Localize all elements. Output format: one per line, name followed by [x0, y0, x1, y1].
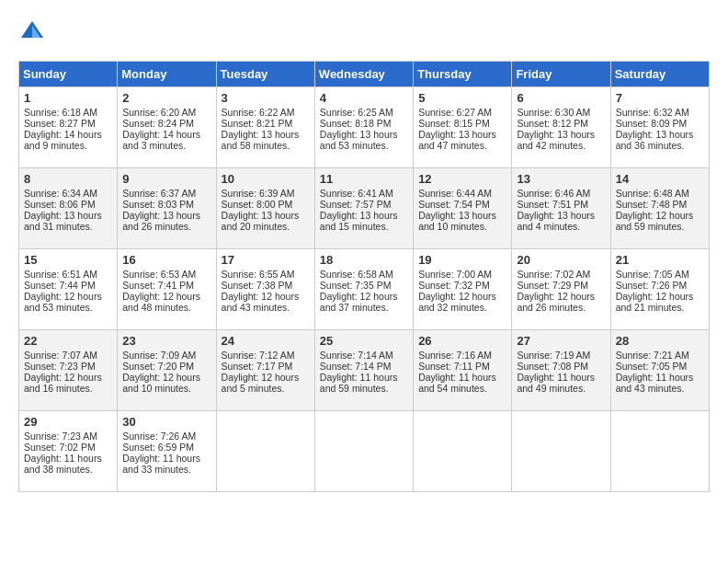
calendar-cell: 10Sunrise: 6:39 AMSunset: 8:00 PMDayligh…: [216, 168, 314, 249]
day-info: Sunrise: 6:48 AM: [616, 188, 704, 199]
day-info: Sunset: 7:54 PM: [418, 199, 506, 210]
day-info: Daylight: 13 hours: [222, 129, 310, 140]
day-number: 29: [24, 415, 112, 429]
day-info: and 59 minutes.: [320, 383, 408, 394]
calendar-cell: 19Sunrise: 7:00 AMSunset: 7:32 PMDayligh…: [414, 249, 512, 330]
calendar-cell: 11Sunrise: 6:41 AMSunset: 7:57 PMDayligh…: [314, 168, 413, 249]
day-number: 1: [24, 91, 112, 105]
day-info: Daylight: 13 hours: [122, 210, 210, 221]
calendar-cell: 28Sunrise: 7:21 AMSunset: 7:05 PMDayligh…: [610, 330, 709, 411]
day-number: 5: [418, 91, 506, 105]
day-number: 28: [616, 334, 704, 348]
day-info: Sunrise: 6:34 AM: [24, 188, 112, 199]
day-number: 21: [616, 253, 704, 267]
day-number: 9: [122, 172, 210, 186]
day-info: Sunset: 8:27 PM: [24, 118, 112, 129]
day-info: Sunset: 7:32 PM: [418, 280, 506, 291]
day-info: Daylight: 12 hours: [616, 210, 704, 221]
day-number: 4: [320, 91, 408, 105]
day-info: Sunset: 7:17 PM: [222, 361, 310, 372]
calendar-cell: 25Sunrise: 7:14 AMSunset: 7:14 PMDayligh…: [314, 330, 413, 411]
day-info: and 58 minutes.: [222, 140, 310, 151]
day-info: and 37 minutes.: [320, 302, 408, 313]
calendar-cell: [610, 411, 709, 492]
day-info: Daylight: 12 hours: [122, 372, 210, 383]
day-info: Sunset: 7:20 PM: [122, 361, 210, 372]
day-info: and 48 minutes.: [122, 302, 210, 313]
day-info: Daylight: 11 hours: [517, 372, 605, 383]
day-number: 26: [418, 334, 506, 348]
day-number: 16: [122, 253, 210, 267]
col-header-wednesday: Wednesday: [314, 62, 413, 87]
day-info: and 53 minutes.: [24, 302, 112, 313]
logo: [18, 18, 50, 46]
calendar-cell: 23Sunrise: 7:09 AMSunset: 7:20 PMDayligh…: [118, 330, 216, 411]
calendar-cell: 5Sunrise: 6:27 AMSunset: 8:15 PMDaylight…: [414, 87, 512, 168]
day-info: Daylight: 12 hours: [320, 291, 408, 302]
day-info: Sunset: 7:41 PM: [122, 280, 210, 291]
day-info: Daylight: 12 hours: [517, 291, 605, 302]
day-info: Sunset: 8:06 PM: [24, 199, 112, 210]
day-info: and 31 minutes.: [24, 221, 112, 232]
logo-icon: [18, 18, 46, 46]
day-info: Sunrise: 7:05 AM: [616, 269, 704, 280]
col-header-saturday: Saturday: [610, 62, 709, 87]
day-number: 18: [320, 253, 408, 267]
day-info: Daylight: 13 hours: [616, 129, 704, 140]
calendar-cell: 18Sunrise: 6:58 AMSunset: 7:35 PMDayligh…: [314, 249, 413, 330]
day-info: Sunset: 7:11 PM: [418, 361, 506, 372]
day-info: Daylight: 14 hours: [24, 129, 112, 140]
day-number: 20: [517, 253, 605, 267]
day-info: Sunset: 8:09 PM: [616, 118, 704, 129]
day-info: Sunset: 7:08 PM: [517, 361, 605, 372]
calendar-cell: 6Sunrise: 6:30 AMSunset: 8:12 PMDaylight…: [512, 87, 610, 168]
calendar-cell: 22Sunrise: 7:07 AMSunset: 7:23 PMDayligh…: [19, 330, 118, 411]
calendar-cell: 8Sunrise: 6:34 AMSunset: 8:06 PMDaylight…: [19, 168, 118, 249]
day-info: Daylight: 13 hours: [24, 210, 112, 221]
day-number: 27: [517, 334, 605, 348]
day-info: Sunrise: 7:19 AM: [517, 350, 605, 361]
day-number: 10: [222, 172, 310, 186]
calendar-cell: 7Sunrise: 6:32 AMSunset: 8:09 PMDaylight…: [610, 87, 709, 168]
day-number: 23: [122, 334, 210, 348]
calendar-cell: 1Sunrise: 6:18 AMSunset: 8:27 PMDaylight…: [19, 87, 118, 168]
day-info: and 49 minutes.: [517, 383, 605, 394]
header-row: SundayMondayTuesdayWednesdayThursdayFrid…: [19, 62, 710, 87]
day-info: and 15 minutes.: [320, 221, 408, 232]
week-row-2: 8Sunrise: 6:34 AMSunset: 8:06 PMDaylight…: [19, 168, 710, 249]
day-info: Sunset: 7:48 PM: [616, 199, 704, 210]
day-info: Sunrise: 6:46 AM: [517, 188, 605, 199]
week-row-5: 29Sunrise: 7:23 AMSunset: 7:02 PMDayligh…: [19, 411, 710, 492]
day-info: Sunset: 7:44 PM: [24, 280, 112, 291]
day-info: and 4 minutes.: [517, 221, 605, 232]
calendar-table: SundayMondayTuesdayWednesdayThursdayFrid…: [18, 61, 710, 492]
day-info: Sunrise: 7:07 AM: [24, 350, 112, 361]
day-info: Daylight: 12 hours: [24, 291, 112, 302]
day-info: Sunset: 8:18 PM: [320, 118, 408, 129]
day-info: Sunset: 8:24 PM: [122, 118, 210, 129]
day-info: Sunrise: 7:23 AM: [24, 431, 112, 442]
day-info: Sunset: 8:12 PM: [517, 118, 605, 129]
day-info: Daylight: 11 hours: [418, 372, 506, 383]
calendar-cell: [512, 411, 610, 492]
day-info: and 36 minutes.: [616, 140, 704, 151]
day-info: Sunrise: 6:53 AM: [122, 269, 210, 280]
day-info: Sunrise: 6:58 AM: [320, 269, 408, 280]
day-info: and 59 minutes.: [616, 221, 704, 232]
day-info: Sunset: 7:51 PM: [517, 199, 605, 210]
day-info: Daylight: 13 hours: [418, 129, 506, 140]
calendar-cell: 16Sunrise: 6:53 AMSunset: 7:41 PMDayligh…: [118, 249, 216, 330]
col-header-tuesday: Tuesday: [216, 62, 314, 87]
col-header-monday: Monday: [118, 62, 216, 87]
calendar-cell: [314, 411, 413, 492]
day-number: 30: [122, 415, 210, 429]
day-info: Daylight: 13 hours: [320, 210, 408, 221]
day-info: Daylight: 11 hours: [24, 453, 112, 464]
calendar-cell: 27Sunrise: 7:19 AMSunset: 7:08 PMDayligh…: [512, 330, 610, 411]
day-info: and 21 minutes.: [616, 302, 704, 313]
day-info: Daylight: 13 hours: [418, 210, 506, 221]
day-info: Daylight: 12 hours: [222, 291, 310, 302]
calendar-cell: 3Sunrise: 6:22 AMSunset: 8:21 PMDaylight…: [216, 87, 314, 168]
day-info: Sunrise: 6:39 AM: [222, 188, 310, 199]
calendar-cell: 21Sunrise: 7:05 AMSunset: 7:26 PMDayligh…: [610, 249, 709, 330]
